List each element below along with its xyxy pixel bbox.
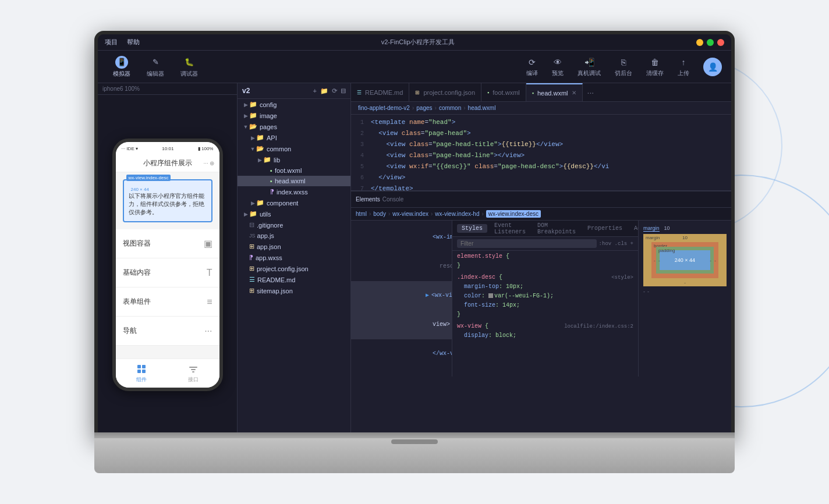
tab-dom-breakpoints[interactable]: DOM Breakpoints [533,221,580,236]
pages-chevron: ▼ [242,124,249,130]
phone-title-more[interactable]: ··· ⊕ [203,160,214,166]
nav-item-4[interactable]: 导航 ··· [116,317,219,346]
tree-folder-common[interactable]: ▼ 📂 common [238,143,350,154]
tree-folder-component[interactable]: ▶ 📁 component [238,197,350,208]
code-line-7: 7 </template> [351,183,731,190]
tab-readme[interactable]: ☰ README.md [351,83,409,101]
console-label[interactable]: Console [382,196,404,203]
tab-more-button[interactable]: ··· [583,83,599,101]
line-num-7: 7 [351,183,369,190]
tree-folder-pages[interactable]: ▼ 📂 pages [238,121,350,132]
svg-rect-0 [137,365,141,368]
tree-file-app-json[interactable]: ⊞ app.json [238,241,350,252]
foot-wxml-icon: ▪ [270,167,272,174]
win-minimize[interactable] [696,39,703,46]
elements-label[interactable]: Elements [356,196,380,203]
tree-file-project-config[interactable]: ⊞ project.config.json [238,263,350,274]
display-prop: display: block; [457,331,633,340]
tree-file-sitemap[interactable]: ⊞ sitemap.json [238,285,350,296]
tab-head-wxml[interactable]: ▪ head.wxml ✕ [526,83,583,101]
filter-input[interactable] [457,239,597,248]
ep-html[interactable]: html [356,211,367,217]
tab-project-config-label: project.config.json [423,89,475,96]
element-path: html › body › wx-view.index › wx-view.in… [351,208,731,221]
tree-file-index-wxss[interactable]: ⁋ index.wxss [238,186,350,197]
tab-project-config[interactable]: ⊞ project.config.json [409,83,481,101]
tree-file-app-wxss[interactable]: ⁋ app.wxss [238,252,350,263]
nav-item-2[interactable]: 基础内容 T [116,258,219,288]
wx-view-source[interactable]: localfile:/index.css:2 [564,322,633,331]
compile-btn[interactable]: ⟳ 编译 [522,54,543,80]
user-avatar[interactable]: 👤 [703,58,722,76]
code-line-4: 4 <view class="page-head-line"></view> [351,150,731,161]
tree-file-gitignore[interactable]: ⊟ .gitignore [238,219,350,230]
upload-btn[interactable]: ↑ 上传 [673,54,694,80]
menu-item-help[interactable]: 帮助 [127,38,140,47]
nav-item-3[interactable]: 表单组件 ≡ [116,288,219,317]
nav-icon-1: ▣ [204,238,212,249]
tree-file-readme[interactable]: ☰ README.md [238,274,350,285]
real-device-btn[interactable]: 📲 真机调试 [573,54,605,80]
tab-head-wxml-close[interactable]: ✕ [572,90,576,96]
toolbar-simulator-btn[interactable]: 📱 模拟器 [107,54,136,80]
ep-wx-view-index-desc[interactable]: wx-view.index-desc [486,210,541,218]
clear-cache-label: 清缓存 [646,69,664,77]
phone-content: wx-view.index-desc 240 × 44 以下将展示小程序官方组件… [116,172,219,359]
dom-line-3[interactable]: ▶<wx-view class="index-desc">以下将展示小程序官方组… [351,281,452,310]
project-config-icon: ⊞ [249,265,254,272]
win-maximize[interactable] [707,39,714,46]
code-line-3: 3 <view class="page-head-title">{{title}… [351,139,731,150]
win-close[interactable] [717,39,724,46]
tree-file-foot-wxml[interactable]: ▪ foot.wxml [238,165,350,176]
refresh-icon[interactable]: ⟳ [332,87,337,95]
collapse-all-icon[interactable]: ⊟ [341,87,346,95]
tree-folder-lib[interactable]: ▶ 📁 lib [238,154,350,165]
bottom-tab-interface[interactable]: 接口 [187,363,199,384]
sitemap-icon: ⊞ [249,287,254,294]
toolbar-editor-btn[interactable]: ✎ 编辑器 [141,54,170,80]
computed-tab[interactable]: margin [643,225,660,232]
devtools-dom-tree[interactable]: <wx-image class="index-logo" src="../res… [351,221,452,377]
tree-folder-utils[interactable]: ▶ 📁 utils [238,208,350,219]
tree-folder-config[interactable]: ▶ 📁 config [238,99,350,110]
menu-item-project[interactable]: 项目 [105,38,118,47]
selected-element: wx-view.index-desc 240 × 44 以下将展示小程序官方组件… [123,179,212,222]
background-btn[interactable]: ⎘ 切后台 [610,54,637,80]
ep-body[interactable]: body [373,211,386,217]
svg-rect-3 [142,370,146,373]
pseudo-class-filter[interactable]: :hov .cls + [599,241,633,247]
font-size-prop: font-size: 14px; [457,301,633,310]
utils-chevron: ▶ [242,211,249,217]
lib-chevron: ▶ [256,157,263,163]
bottom-tab-component[interactable]: 组件 [136,363,147,384]
tree-folder-api[interactable]: ▶ 📁 API [238,132,350,143]
selected-element-text: 以下将展示小程序官方组件能力，组件样式仅供参考，拒绝仅供参考。 [129,192,207,216]
toolbar-debugger-btn[interactable]: 🐛 调试器 [175,54,204,80]
bc-sep-1: › [412,105,414,111]
laptop-base [94,432,735,473]
tree-folder-image[interactable]: ▶ 📁 image [238,110,350,121]
tab-event-listeners[interactable]: Event Listeners [490,221,530,236]
tab-properties[interactable]: Properties [583,224,627,233]
new-folder-icon[interactable]: 📁 [320,87,328,95]
new-file-icon[interactable]: + [313,87,317,95]
clear-cache-btn[interactable]: 🗑 清缓存 [642,54,668,80]
index-desc-close: } [457,310,633,320]
tab-foot-wxml[interactable]: ▪ foot.wxml [481,83,526,101]
js-badge: JS [249,233,256,239]
editor-panel: ☰ README.md ⊞ project.config.json ▪ foot… [351,83,731,435]
code-editor[interactable]: 1 <template name="head"> 2 <view class="… [351,115,731,190]
api-folder-icon: 📁 [256,134,264,141]
tree-file-app-js[interactable]: JS app.js [238,230,350,241]
index-wxss-label: index.wxss [277,189,308,196]
nav-item-1[interactable]: 视图容器 ▣ [116,229,219,258]
ep-wx-view-index[interactable]: wx-view.index [392,211,428,217]
tab-accessibility[interactable]: Accessibility [629,224,638,233]
layout-tab[interactable]: 10 [664,225,670,232]
common-folder-icon: 📂 [256,145,264,152]
preview-btn[interactable]: 👁 预览 [547,54,568,80]
tree-file-head-wxml[interactable]: ▪ head.wxml [238,176,350,186]
phone-title-bar: 小程序组件展示 ··· ⊕ [116,155,219,172]
ep-wx-view-index-hd[interactable]: wx-view.index-hd [435,211,479,217]
tab-styles[interactable]: Styles [457,224,487,233]
